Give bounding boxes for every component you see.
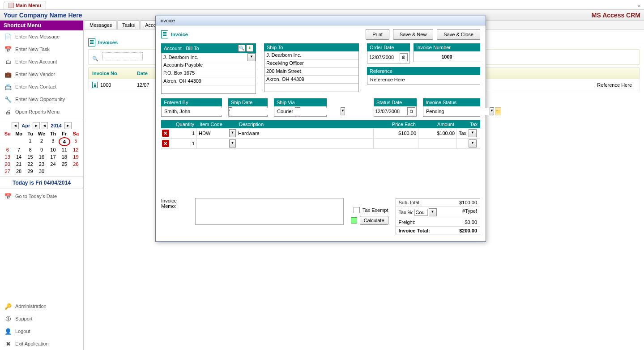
sidebar-item[interactable]: 🔧Enter New Opportunity <box>0 93 83 105</box>
cal-day[interactable]: 11 <box>59 146 70 153</box>
calendar-icon[interactable]: 🗓 <box>400 53 408 61</box>
cal-day[interactable]: 2 <box>36 137 47 146</box>
description-input[interactable] <box>236 140 373 147</box>
cal-day[interactable]: 16 <box>36 153 47 160</box>
cal-day[interactable]: 9 <box>36 146 47 153</box>
cal-day[interactable]: 20 <box>2 160 13 168</box>
bill-to-line[interactable] <box>162 85 256 93</box>
cal-prev-year[interactable]: ◄ <box>41 122 48 129</box>
ship-via-value[interactable] <box>275 108 341 115</box>
ship-to-line[interactable]: Akron, OH 44309 <box>264 76 358 84</box>
cal-next-year[interactable]: ► <box>64 122 72 129</box>
cal-day[interactable]: 22 <box>25 160 36 168</box>
sidebar-item[interactable]: 📄Enter New Message <box>0 30 83 43</box>
order-date-value[interactable]: 12/07/2008 <box>369 55 398 60</box>
ship-to-line[interactable]: J. Dearborn Inc. <box>264 51 358 59</box>
cal-prev-month[interactable]: ◄ <box>12 122 19 129</box>
sidebar-item[interactable]: 📅Enter New Task <box>0 43 83 55</box>
dropdown-icon[interactable]: ▼ <box>469 129 477 137</box>
cal-year[interactable]: 2014 <box>49 123 63 128</box>
add-icon[interactable]: + <box>246 45 253 52</box>
description-input[interactable] <box>236 130 373 137</box>
cal-day[interactable]: 19 <box>70 153 81 160</box>
cal-month[interactable]: Apr <box>20 123 32 128</box>
qty-input[interactable] <box>170 130 196 137</box>
search-input[interactable] <box>102 52 143 60</box>
item-code-input[interactable] <box>197 130 229 137</box>
item-code-input[interactable] <box>197 140 229 147</box>
status-date-value[interactable]: 12/07/2008 <box>375 109 407 114</box>
calculate-button[interactable]: Calculate <box>360 216 388 225</box>
save-close-button[interactable]: Save & Close <box>437 29 480 40</box>
cal-day[interactable]: 29 <box>25 168 36 175</box>
price-value[interactable]: $100.00 <box>398 131 416 136</box>
tax-exempt-checkbox[interactable] <box>354 207 360 213</box>
content-tab[interactable]: Tasks <box>117 21 140 29</box>
bill-to-line[interactable]: Akron, OH 44309 <box>162 77 256 85</box>
tab-main-menu[interactable]: Main Menu <box>4 1 46 9</box>
dropdown-icon[interactable]: ▼ <box>429 208 437 216</box>
cal-day[interactable]: 5 <box>70 137 81 146</box>
cal-day[interactable]: 25 <box>59 160 70 168</box>
tax-input[interactable] <box>457 130 469 137</box>
cal-day[interactable]: 12 <box>70 146 81 153</box>
memo-textarea[interactable] <box>195 198 344 225</box>
cal-day[interactable]: 13 <box>2 153 13 160</box>
ship-to-line[interactable]: 200 Main Street <box>264 67 358 76</box>
delete-row-icon[interactable]: ✕ <box>162 140 169 147</box>
cal-day[interactable]: 14 <box>13 153 24 160</box>
dropdown-icon[interactable]: ▼ <box>247 53 256 61</box>
qty-input[interactable] <box>170 140 196 147</box>
cal-day[interactable]: 17 <box>47 153 59 160</box>
dropdown-icon[interactable]: ▼ <box>229 139 236 148</box>
sidebar-item[interactable]: 🖨Open Reports Menu <box>0 105 83 118</box>
cal-day[interactable]: 15 <box>25 153 36 160</box>
folder-icon[interactable]: 📁 <box>495 107 501 115</box>
delete-row-icon[interactable]: ✕ <box>162 130 169 137</box>
cal-day[interactable]: 24 <box>47 160 59 168</box>
cal-day[interactable]: 7 <box>13 146 24 153</box>
dropdown-icon[interactable]: ▼ <box>490 107 494 115</box>
goto-today[interactable]: 📅 Go to Today's Date <box>0 189 83 203</box>
cal-day[interactable]: 10 <box>47 146 59 153</box>
cal-day[interactable]: 23 <box>36 160 47 168</box>
cal-next-month[interactable]: ► <box>33 122 40 129</box>
save-new-button[interactable]: Save & New <box>393 29 434 40</box>
print-button[interactable]: Print <box>366 29 389 40</box>
sidebar-bottom-item[interactable]: ✖Exit Application <box>0 337 83 350</box>
sidebar-item[interactable]: 📇Enter New Contact <box>0 80 83 93</box>
cal-day[interactable]: 30 <box>36 168 47 175</box>
bill-to-account[interactable] <box>162 53 247 61</box>
cal-day[interactable]: 3 <box>47 137 59 146</box>
sidebar-bottom-item[interactable]: 🛈Support <box>0 312 83 325</box>
sidebar-bottom-item[interactable]: 🔑Administration <box>0 300 83 312</box>
cal-day[interactable]: 18 <box>59 153 70 160</box>
ship-to-line[interactable]: Receiving Officer <box>264 59 358 67</box>
invoice-status-value[interactable] <box>424 108 490 115</box>
bill-to-line[interactable]: Accounts Payable <box>162 61 256 69</box>
calendar-icon[interactable]: 🗓 <box>407 107 415 115</box>
lookup-icon[interactable]: 🔍 <box>238 45 245 52</box>
cal-day[interactable]: 21 <box>13 160 24 168</box>
tax-pct-input[interactable] <box>414 209 428 216</box>
search-icon[interactable]: 🔍 <box>92 56 98 61</box>
invoice-number-value[interactable]: 1000 <box>416 54 478 59</box>
dropdown-icon[interactable]: ▼ <box>469 139 477 148</box>
reference-value[interactable]: Reference Here <box>367 75 480 84</box>
cal-day[interactable]: 27 <box>2 168 13 175</box>
cal-day[interactable]: 6 <box>2 146 13 153</box>
cal-day[interactable]: 1 <box>25 137 36 146</box>
sidebar-item[interactable]: 💼Enter New Vendor <box>0 68 83 80</box>
modal-titlebar[interactable]: Invoice <box>156 16 486 25</box>
cal-day[interactable]: 8 <box>25 146 36 153</box>
cal-day[interactable]: 26 <box>70 160 81 168</box>
entered-by-value[interactable] <box>162 108 228 115</box>
content-tab[interactable]: Messages <box>85 21 117 29</box>
tax-input[interactable] <box>457 140 469 147</box>
bill-to-line[interactable]: P.O. Box 1675 <box>162 69 256 77</box>
ship-to-line[interactable] <box>264 84 358 92</box>
close-icon[interactable]: × <box>634 2 644 9</box>
cal-day[interactable]: 28 <box>13 168 24 175</box>
dropdown-icon[interactable]: ▼ <box>229 129 236 137</box>
cal-day[interactable]: 4 <box>59 137 70 146</box>
